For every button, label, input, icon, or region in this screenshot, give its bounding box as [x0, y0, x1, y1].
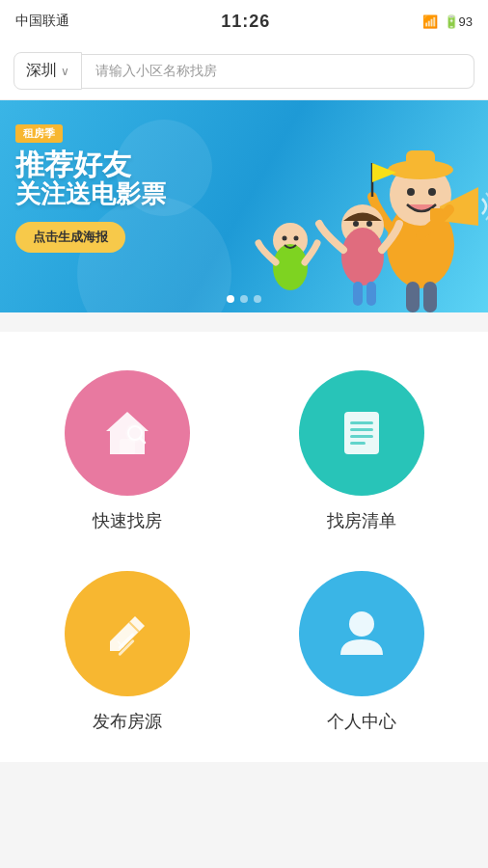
status-icons: 📶 🔋93 [422, 14, 473, 29]
svg-rect-9 [406, 282, 420, 312]
svg-point-5 [428, 188, 436, 196]
svg-point-13 [353, 221, 359, 227]
svg-point-20 [294, 236, 299, 241]
banner-tag: 租房季 [15, 124, 63, 143]
grid-item-quick-find[interactable]: 快速找房 [19, 370, 234, 532]
grid-item-find-list[interactable]: 找房清单 [254, 370, 469, 532]
banner-button[interactable]: 点击生成海报 [15, 222, 125, 253]
grid-label-publish: 发布房源 [93, 710, 162, 733]
grid-icon-quick-find [65, 370, 190, 496]
search-placeholder: 请输入小区名称找房 [95, 63, 217, 78]
grid-icon-publish [65, 571, 190, 696]
city-selector[interactable]: 深圳 ∨ [14, 52, 82, 90]
svg-rect-26 [350, 421, 373, 424]
battery-icon: 🔋93 [444, 14, 473, 29]
banner-dot-3[interactable] [254, 295, 261, 303]
svg-point-12 [341, 228, 384, 285]
grid-label-find-list: 找房清单 [327, 509, 396, 532]
svg-rect-15 [353, 282, 363, 306]
search-bar: 深圳 ∨ 请输入小区名称找房 [0, 42, 488, 100]
svg-rect-25 [344, 412, 379, 454]
svg-rect-27 [350, 428, 373, 431]
svg-point-4 [407, 188, 415, 196]
search-input[interactable]: 请输入小区名称找房 [82, 54, 474, 89]
grid-label-personal: 个人中心 [327, 710, 396, 733]
signal-icon: 📶 [422, 14, 438, 29]
status-bar: 中国联通 11:26 📶 🔋93 [0, 0, 488, 42]
banner-dot-1[interactable] [227, 295, 234, 303]
svg-point-19 [283, 236, 287, 241]
banner-title1: 推荐好友 [15, 149, 166, 180]
banner-figure [218, 120, 488, 312]
grid-label-quick-find: 快速找房 [93, 509, 162, 532]
carrier-label: 中国联通 [15, 13, 69, 30]
time-label: 11:26 [221, 12, 270, 32]
svg-point-14 [366, 221, 372, 227]
chevron-down-icon: ∨ [61, 65, 69, 78]
banner-text-area: 租房季 推荐好友 关注送电影票 点击生成海报 [15, 123, 166, 253]
svg-rect-10 [423, 282, 437, 312]
svg-point-18 [273, 244, 308, 290]
main-grid: 快速找房 找房清单 发布房源 个人中心 [0, 332, 488, 762]
banner-title2: 关注送电影票 [15, 180, 166, 208]
svg-rect-28 [350, 435, 373, 438]
grid-item-personal[interactable]: 个人中心 [254, 571, 469, 733]
grid-icon-find-list [299, 370, 424, 496]
banner: 租房季 推荐好友 关注送电影票 点击生成海报 [0, 100, 488, 312]
svg-rect-3 [406, 150, 435, 172]
svg-point-34 [349, 611, 374, 637]
grid-item-publish[interactable]: 发布房源 [19, 571, 234, 733]
banner-dots [227, 295, 261, 303]
banner-dot-2[interactable] [240, 295, 248, 303]
svg-rect-16 [366, 282, 376, 306]
city-label: 深圳 [26, 61, 57, 81]
grid-icon-personal [299, 571, 424, 696]
svg-rect-29 [350, 442, 366, 445]
